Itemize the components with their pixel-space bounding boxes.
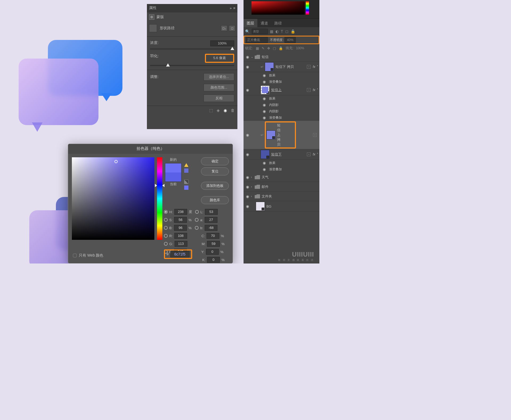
layer-msg-up-copy[interactable]: ◉ ↵ 短信上拷贝 ▫ [244,121,319,149]
websafe-swatch[interactable] [184,186,188,190]
radio-b[interactable] [164,226,168,230]
lock-brush-icon[interactable]: ✎ [262,46,265,50]
color-library-button[interactable]: 颜色库 [201,196,229,204]
layer-msg-up[interactable]: ◉ 短信上 ▫ fx ˄ [244,85,319,95]
add-mask-button[interactable]: ◻₊ [221,25,227,31]
fx-badge[interactable]: fx ˄ [313,88,318,92]
lock-artboard-icon[interactable]: ▢ [273,46,276,50]
density-slider[interactable]: 浓度: 100% [147,38,237,52]
eye-icon[interactable]: ◉ [245,185,250,189]
k-input[interactable]: 0 [207,257,220,263]
eye-icon[interactable]: ◉ [245,88,250,92]
visibility-icon[interactable]: ◉ [224,108,227,113]
layer-group-folder[interactable]: ◉ › 文件夹 [244,192,319,201]
radio-s[interactable] [164,218,168,222]
radio-r[interactable] [164,234,168,238]
add-swatch-button[interactable]: 添加到色板 [201,182,229,190]
layer-group-mail[interactable]: ◉ › 邮件 [244,182,319,192]
radio-l[interactable] [195,210,199,214]
b2-input[interactable]: -68 [205,225,217,231]
lock-position-icon[interactable]: ✥ [267,46,270,50]
lock-pixels-icon[interactable]: ▦ [256,46,259,50]
lock-all-icon[interactable]: 🔒 [279,46,283,50]
color-range-button[interactable]: 颜色范围... [204,84,234,91]
select-and-mask-button[interactable]: 选择并遮住... [204,73,234,81]
expand-icon[interactable]: › [251,185,255,188]
fx-gradient-row[interactable]: ◉渐变叠加 [244,114,319,121]
hue-strip[interactable] [306,1,309,15]
layer-name[interactable]: BG [266,204,318,208]
invert-button[interactable]: 反相 [204,94,234,102]
smart-filter-icon[interactable]: 🔒 [291,29,295,34]
layer-msg-down[interactable]: ◉ 短信下 ▫ fx ˄ [244,149,319,160]
radio-g[interactable] [164,242,168,246]
linked-icon[interactable]: ▫ [313,133,317,137]
radio-b2[interactable] [195,226,199,230]
blend-mode-select[interactable]: 正片叠底 [246,37,268,43]
layer-mask-icon[interactable]: ◈ [217,108,220,113]
layer-name[interactable]: 短信上 [271,88,307,92]
b-input[interactable]: 96 [174,225,187,231]
tab-channels[interactable]: 通道 [257,19,271,27]
r-input[interactable]: 108 [174,233,187,239]
g-input[interactable]: 113 [175,241,187,247]
eye-icon[interactable]: ◉ [245,175,250,179]
radio-a[interactable] [195,218,199,222]
eye-icon[interactable]: ◉ [245,204,250,208]
radio-h[interactable] [164,210,168,214]
layer-name[interactable]: 短信下 [271,152,307,157]
collapse-icon[interactable]: » [230,6,232,10]
layer-name[interactable]: 文件夹 [262,194,318,199]
opacity-value[interactable]: 40% [285,37,296,43]
search-icon[interactable]: 🔍 [245,29,250,34]
hue-slider[interactable] [157,157,162,240]
s-input[interactable]: 56 [174,217,187,223]
fx-gradient-row[interactable]: ◉渐变叠加 [244,79,319,85]
feather-slider[interactable]: 羽化: 5.6 像素 [147,52,237,68]
hex-input[interactable]: 6c71f5 [170,251,189,257]
selection-icon[interactable]: ⬚ [209,108,213,113]
fx-effects-row[interactable]: ◉效果 [244,72,319,79]
eye-icon[interactable]: ◉ [245,133,250,137]
trash-icon[interactable]: 🗑 [231,108,235,113]
fx-effects-row[interactable]: ◉效果 [244,160,319,166]
tab-paths[interactable]: 路径 [271,19,285,27]
layer-bg[interactable]: ◉ BG [244,201,319,212]
layer-name[interactable]: 天气 [262,175,318,180]
layer-name[interactable]: 邮件 [262,184,318,189]
y-input[interactable]: 0 [206,249,219,255]
ok-button[interactable]: 确定 [201,157,229,165]
fx-inner-shadow-row-2[interactable]: ◉内阴影 [244,108,319,114]
gamut-swatch[interactable] [184,168,188,173]
linked-icon[interactable]: ▫ [307,65,311,69]
fx-inner-shadow-row[interactable]: ◉内阴影 [244,102,319,108]
expand-icon[interactable]: › [251,195,255,198]
adjustment-filter-icon[interactable]: ◐ [275,29,279,34]
m-input[interactable]: 59 [207,241,220,247]
eye-icon[interactable]: ◉ [245,65,250,69]
linked-icon[interactable]: ▫ [307,153,311,156]
layer-group-weather[interactable]: ◉ › 天气 [244,172,319,182]
fx-effects-row[interactable]: ◉效果 [244,95,319,102]
layer-msg-down-copy[interactable]: ◉ ↵ 短信下 拷贝 ▫ fx ˄ [244,62,319,72]
expand-icon[interactable]: ⌄ [251,55,255,58]
eye-icon[interactable]: ◉ [245,152,250,157]
eye-icon[interactable]: ◉ [245,194,250,199]
fx-gradient-row[interactable]: ◉渐变叠加 [244,166,319,172]
select-mask-button[interactable]: ◻ [229,25,235,31]
text-filter-icon[interactable]: T [281,29,283,34]
saturation-value-field[interactable] [72,157,154,240]
filter-type-select[interactable]: 类型 [252,29,268,34]
layer-name[interactable]: 短信下 拷贝 [275,64,307,69]
linked-icon[interactable]: ▫ [307,88,311,92]
layer-group-msg[interactable]: ◉ ⌄ 短信 [244,52,319,62]
cube-icon[interactable] [184,180,188,184]
c-input[interactable]: 70 [207,233,219,239]
tab-layers[interactable]: 图层 [244,19,257,27]
fx-badge[interactable]: fx ˄ [313,153,318,156]
layer-name[interactable]: 短信上拷贝 [277,123,281,147]
color-triangle[interactable] [252,1,305,15]
a-input[interactable]: 27 [205,217,217,223]
feather-value[interactable]: 5.6 像素 [208,55,232,61]
h-input[interactable]: 238 [174,209,187,215]
